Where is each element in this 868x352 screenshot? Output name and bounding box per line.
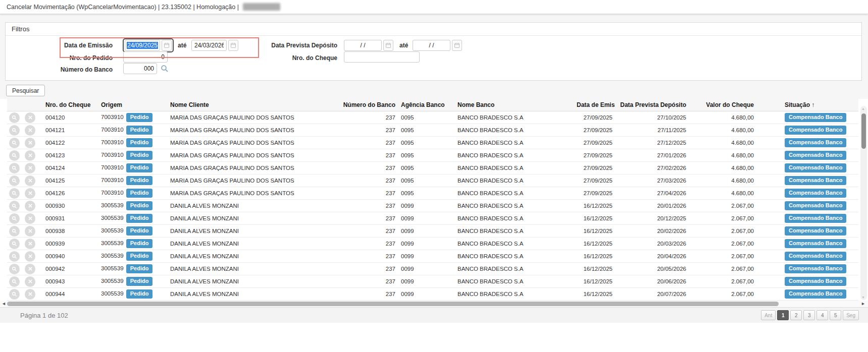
nro-pedido-input[interactable]: [123, 51, 168, 63]
row-detail-button[interactable]: [9, 175, 20, 186]
data-prevista-to-input[interactable]: [413, 40, 450, 51]
cell-situacao: Compensado Banco: [755, 288, 858, 301]
column-header-data_deposito[interactable]: Data Prevista Depósito: [615, 99, 690, 111]
column-header-origem[interactable]: Origem: [99, 99, 169, 111]
page-button-2[interactable]: 2: [790, 310, 802, 320]
nro-cheque-input[interactable]: [344, 51, 420, 63]
pedido-badge: Pedido: [126, 176, 153, 185]
cell-origem: 7003910Pedido: [99, 174, 169, 187]
cell-situacao: Compensado Banco: [755, 250, 858, 263]
cell-banco_nome: BANCO BRADESCO S.A: [456, 288, 575, 301]
cell-banco_nome: BANCO BRADESCO S.A: [456, 111, 575, 124]
row-detail-button[interactable]: [9, 125, 20, 136]
row-cancel-button[interactable]: [25, 188, 35, 199]
row-cancel-button[interactable]: [25, 112, 35, 123]
cell-data_deposito: 20/01/2026: [615, 200, 690, 212]
prev-page-button[interactable]: Ant: [761, 310, 776, 320]
column-header-valor[interactable]: Valor do Cheque: [690, 99, 755, 111]
row-cancel-button[interactable]: [25, 150, 35, 161]
scroll-left-icon[interactable]: ◄: [2, 301, 6, 307]
cell-banco_numero: 237: [323, 162, 397, 174]
row-detail-button[interactable]: [9, 163, 20, 173]
page-button-4[interactable]: 4: [816, 310, 828, 320]
calendar-icon[interactable]: [383, 40, 393, 51]
cell-data_deposito: 27/01/2026: [615, 149, 690, 162]
page-button-3[interactable]: 3: [803, 310, 815, 320]
cell-banco_agencia: 0095: [397, 111, 456, 124]
calendar-icon[interactable]: [452, 40, 462, 51]
row-cancel-button[interactable]: [25, 138, 35, 148]
numero-banco-input[interactable]: [123, 63, 157, 74]
row-cancel-button[interactable]: [25, 226, 35, 237]
cell-banco_nome: BANCO BRADESCO S.A: [456, 162, 575, 174]
cell-data_deposito: 20/06/2026: [615, 275, 690, 288]
cell-data_emissao: 27/09/2025: [575, 111, 615, 124]
table-row: 0009423005539PedidoDANILA ALVES MONZANI2…: [7, 263, 858, 275]
cell-banco_numero: 237: [323, 111, 397, 124]
row-detail-button[interactable]: [9, 289, 20, 300]
data-emissao-from-input[interactable]: 24/09/2025: [125, 40, 160, 51]
row-detail-button[interactable]: [9, 276, 20, 287]
row-actions-cell: [7, 275, 39, 288]
row-detail-button[interactable]: [9, 150, 20, 161]
page-button-1[interactable]: 1: [777, 310, 789, 320]
next-page-button[interactable]: Seg: [843, 310, 859, 320]
calendar-icon[interactable]: [162, 40, 172, 51]
row-detail-button[interactable]: [9, 239, 20, 249]
banco-lookup-button[interactable]: [160, 64, 169, 73]
data-emissao-to-input[interactable]: [191, 40, 227, 51]
cell-cheque: 004124: [39, 162, 99, 174]
column-header-banco_numero[interactable]: Número do Banco: [323, 99, 397, 111]
row-cancel-button[interactable]: [25, 239, 35, 249]
cell-origem: 3005539Pedido: [99, 212, 169, 225]
vertical-scrollbar-thumb[interactable]: [861, 113, 866, 149]
situacao-badge: Compensado Banco: [785, 113, 846, 122]
row-detail-button[interactable]: [9, 226, 20, 237]
horizontal-scrollbar[interactable]: ◄ ►: [0, 301, 868, 307]
row-cancel-button[interactable]: [25, 213, 35, 224]
magnifier-icon: [12, 254, 17, 259]
data-prevista-from-input[interactable]: [344, 40, 382, 51]
row-detail-button[interactable]: [9, 138, 20, 148]
pesquisar-button[interactable]: Pesquisar: [6, 85, 45, 96]
magnifier-icon: [12, 178, 17, 184]
row-cancel-button[interactable]: [25, 125, 35, 136]
column-header-banco_agencia[interactable]: Agência Banco: [397, 99, 456, 111]
page-button-5[interactable]: 5: [830, 310, 841, 320]
row-cancel-button[interactable]: [25, 276, 35, 287]
origem-value: 7003910: [101, 127, 124, 133]
row-detail-button[interactable]: [9, 213, 20, 224]
column-header-cheque[interactable]: Nro. do Cheque: [39, 99, 99, 111]
row-cancel-button[interactable]: [25, 201, 35, 211]
row-detail-button[interactable]: [9, 201, 20, 211]
scroll-up-icon[interactable]: ▲: [861, 107, 865, 110]
scroll-right-icon[interactable]: ►: [861, 301, 865, 307]
vertical-scrollbar[interactable]: ▲ ▼: [860, 106, 867, 300]
row-detail-button[interactable]: [9, 264, 20, 274]
row-cancel-button[interactable]: [25, 251, 35, 262]
magnifier-icon: [12, 115, 17, 121]
cell-situacao: Compensado Banco: [755, 225, 858, 238]
cell-cliente: DANILA ALVES MONZANI: [169, 212, 323, 225]
horizontal-scrollbar-thumb[interactable]: [7, 302, 779, 306]
column-header-situacao[interactable]: Situação ↑: [755, 99, 858, 111]
row-cancel-button[interactable]: [25, 289, 35, 300]
cell-banco_numero: 237: [323, 187, 397, 200]
nro-pedido-label: Nro. do Pedido: [27, 54, 113, 62]
row-actions-cell: [7, 137, 39, 149]
cell-situacao: Compensado Banco: [755, 137, 858, 149]
row-cancel-button[interactable]: [25, 163, 35, 173]
row-cancel-button[interactable]: [25, 175, 35, 186]
row-detail-button[interactable]: [9, 251, 20, 262]
magnifier-icon: [12, 203, 17, 209]
row-cancel-button[interactable]: [25, 264, 35, 274]
column-header-banco_nome[interactable]: Nome Banco: [456, 99, 575, 111]
column-header-cliente[interactable]: Nome Cliente: [169, 99, 323, 111]
column-header-data_emissao[interactable]: Data de Emissão: [575, 99, 615, 111]
cell-banco_nome: BANCO BRADESCO S.A: [456, 225, 575, 238]
row-detail-button[interactable]: [9, 188, 20, 199]
situacao-badge: Compensado Banco: [785, 151, 846, 160]
cell-banco_nome: BANCO BRADESCO S.A: [456, 187, 575, 200]
row-detail-button[interactable]: [9, 112, 20, 123]
scroll-down-icon[interactable]: ▼: [861, 296, 865, 299]
